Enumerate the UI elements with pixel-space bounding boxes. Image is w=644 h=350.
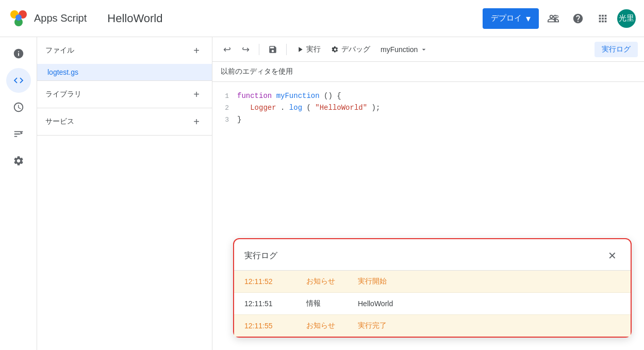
log-message-1: HelloWorld bbox=[358, 299, 393, 308]
services-section: サービス + bbox=[37, 108, 212, 136]
punct-open: () { bbox=[324, 92, 341, 100]
exec-log-panel: 実行ログ ✕ 12:11:52 お知らせ 実行開始 12:11:51 情報 He… bbox=[233, 238, 632, 338]
add-service-button[interactable]: + bbox=[189, 114, 204, 129]
services-section-title: サービス bbox=[45, 117, 74, 126]
debug-label: デバッグ bbox=[341, 45, 370, 54]
log-time-0: 12:11:52 bbox=[244, 277, 306, 286]
add-user-icon bbox=[548, 13, 559, 24]
dot: . bbox=[280, 104, 285, 112]
help-button[interactable] bbox=[568, 8, 588, 29]
string-value: "HelloWorld" bbox=[315, 104, 367, 112]
libraries-section-header: ライブラリ + bbox=[37, 81, 212, 108]
project-name: HelloWorld bbox=[99, 12, 162, 25]
file-panel: ファイル + logtest.gs ライブラリ + サービス + bbox=[37, 37, 212, 350]
exec-log-row-0: 12:11:52 お知らせ 実行開始 bbox=[234, 271, 631, 293]
sidebar-item-code[interactable] bbox=[6, 68, 31, 93]
info-icon bbox=[13, 48, 24, 59]
main-layout: ファイル + logtest.gs ライブラリ + サービス + ↩ ↪ bbox=[0, 37, 644, 350]
files-section-header: ファイル + bbox=[37, 37, 212, 64]
sidebar-item-info[interactable] bbox=[6, 41, 31, 66]
header-actions: デプロイ ▾ 光里 bbox=[483, 8, 636, 29]
brace-close: } bbox=[237, 115, 241, 124]
log-level-1: 情報 bbox=[306, 299, 358, 308]
code-line-2: 2 Logger . log ( "HelloWorld" ); bbox=[212, 102, 644, 114]
exec-log-row-2: 12:11:55 お知らせ 実行完了 bbox=[234, 315, 631, 337]
line-number-3: 3 bbox=[212, 115, 237, 126]
exec-log-button[interactable]: 実行ログ bbox=[595, 42, 638, 57]
line-number-1: 1 bbox=[212, 91, 237, 102]
log-time-2: 12:11:55 bbox=[244, 322, 306, 330]
keyword-function: function bbox=[237, 92, 272, 100]
app-name: Apps Script bbox=[34, 12, 87, 24]
function-name: myFunction bbox=[381, 45, 418, 54]
libraries-section: ライブラリ + bbox=[37, 81, 212, 108]
apps-grid-icon bbox=[597, 13, 608, 24]
icon-sidebar bbox=[0, 37, 37, 350]
line-number-2: 2 bbox=[212, 103, 237, 114]
log-level-2: お知らせ bbox=[306, 321, 358, 330]
save-icon bbox=[268, 45, 277, 54]
log-level-0: お知らせ bbox=[306, 277, 358, 286]
run-icon bbox=[296, 45, 304, 54]
log-message-2: 実行完了 bbox=[358, 321, 387, 330]
file-item-logtest[interactable]: logtest.gs bbox=[37, 64, 212, 80]
exec-log-close-button[interactable]: ✕ bbox=[604, 247, 620, 264]
debug-icon bbox=[331, 45, 339, 54]
clock-icon bbox=[13, 102, 24, 113]
editor-toolbar: ↩ ↪ 実行 デバッグ myFuncti bbox=[212, 37, 644, 62]
line-content-1: function myFunction () { bbox=[237, 90, 341, 102]
executions-icon bbox=[13, 128, 24, 140]
sidebar-item-executions[interactable] bbox=[6, 122, 31, 146]
app-logo: Apps Script bbox=[8, 8, 87, 29]
function-name-code: myFunction bbox=[276, 92, 320, 100]
old-editor-notice[interactable]: 以前のエディタを使用 bbox=[212, 62, 644, 82]
exec-log-row-1: 12:11:51 情報 HelloWorld bbox=[234, 293, 631, 315]
deploy-button[interactable]: デプロイ ▾ bbox=[483, 8, 539, 29]
line-content-3: } bbox=[237, 114, 241, 125]
log-message-0: 実行開始 bbox=[358, 277, 387, 286]
paren-open: ( bbox=[306, 104, 310, 112]
code-icon bbox=[13, 75, 24, 86]
logo-icon bbox=[8, 8, 29, 29]
run-label: 実行 bbox=[306, 45, 321, 54]
log-method: log bbox=[289, 104, 302, 112]
function-selector[interactable]: myFunction bbox=[376, 43, 432, 56]
paren-close: ); bbox=[372, 104, 381, 112]
header: Apps Script HelloWorld デプロイ ▾ 光里 bbox=[0, 0, 644, 37]
sidebar-item-triggers[interactable] bbox=[6, 95, 31, 120]
apps-button[interactable] bbox=[592, 8, 613, 29]
undo-button[interactable]: ↩ bbox=[219, 41, 235, 58]
sidebar-item-settings[interactable] bbox=[6, 148, 31, 173]
deploy-label: デプロイ bbox=[491, 13, 522, 23]
indent bbox=[237, 104, 246, 112]
add-library-button[interactable]: + bbox=[189, 87, 204, 102]
add-file-button[interactable]: + bbox=[189, 43, 204, 58]
libraries-section-title: ライブラリ bbox=[45, 90, 81, 99]
close-icon: ✕ bbox=[608, 249, 617, 262]
add-user-button[interactable] bbox=[543, 8, 564, 29]
code-line-3: 3 } bbox=[212, 114, 644, 126]
exec-log-header: 実行ログ ✕ bbox=[234, 239, 631, 271]
editor-area: ↩ ↪ 実行 デバッグ myFuncti bbox=[212, 37, 644, 350]
files-section: ファイル + logtest.gs bbox=[37, 37, 212, 81]
debug-button[interactable]: デバッグ bbox=[327, 43, 374, 56]
logger-keyword: Logger bbox=[250, 104, 276, 112]
services-section-header: サービス + bbox=[37, 108, 212, 135]
exec-log-title: 実行ログ bbox=[244, 251, 277, 261]
file-item-name: logtest.gs bbox=[47, 68, 78, 76]
deploy-chevron-icon: ▾ bbox=[526, 13, 531, 24]
function-dropdown-icon bbox=[420, 45, 428, 54]
line-content-2: Logger . log ( "HelloWorld" ); bbox=[237, 102, 380, 113]
code-line-1: 1 function myFunction () { bbox=[212, 90, 644, 102]
save-button[interactable] bbox=[265, 41, 281, 58]
toolbar-separator-1 bbox=[259, 44, 259, 55]
help-icon bbox=[572, 13, 584, 24]
toolbar-separator-2 bbox=[286, 44, 287, 55]
run-button[interactable]: 実行 bbox=[292, 43, 325, 56]
user-avatar[interactable]: 光里 bbox=[617, 9, 636, 28]
redo-button[interactable]: ↪ bbox=[237, 41, 254, 58]
exec-log-table: 12:11:52 お知らせ 実行開始 12:11:51 情報 HelloWorl… bbox=[234, 271, 631, 337]
files-section-title: ファイル bbox=[45, 46, 74, 55]
svg-point-3 bbox=[15, 14, 22, 21]
settings-icon bbox=[13, 155, 24, 166]
